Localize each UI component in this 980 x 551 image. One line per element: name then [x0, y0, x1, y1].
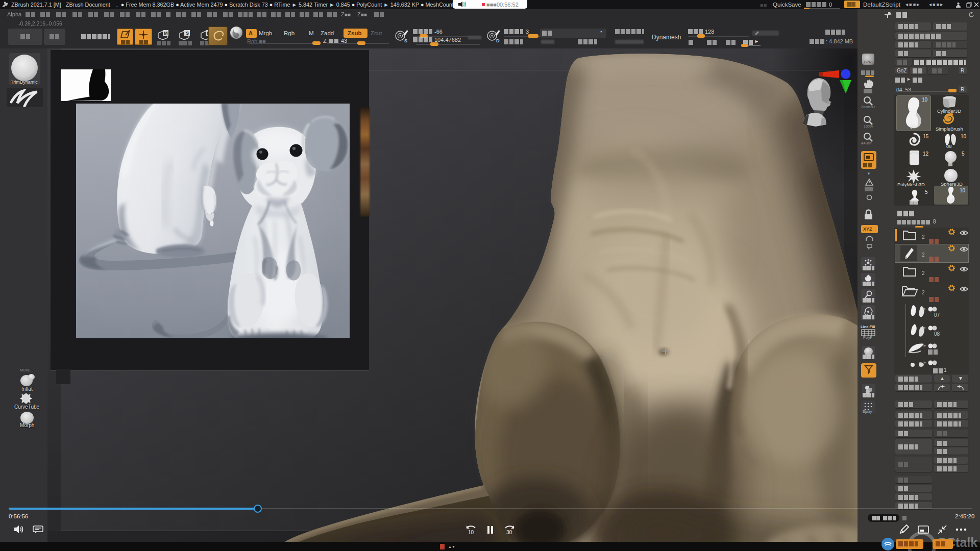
svg-text:30: 30: [506, 530, 512, 535]
svg-text:D: D: [496, 38, 500, 43]
svg-text:M: M: [164, 31, 168, 36]
svg-text:S: S: [404, 38, 407, 43]
svg-text:S: S: [186, 31, 189, 36]
svg-text:10: 10: [468, 530, 474, 535]
